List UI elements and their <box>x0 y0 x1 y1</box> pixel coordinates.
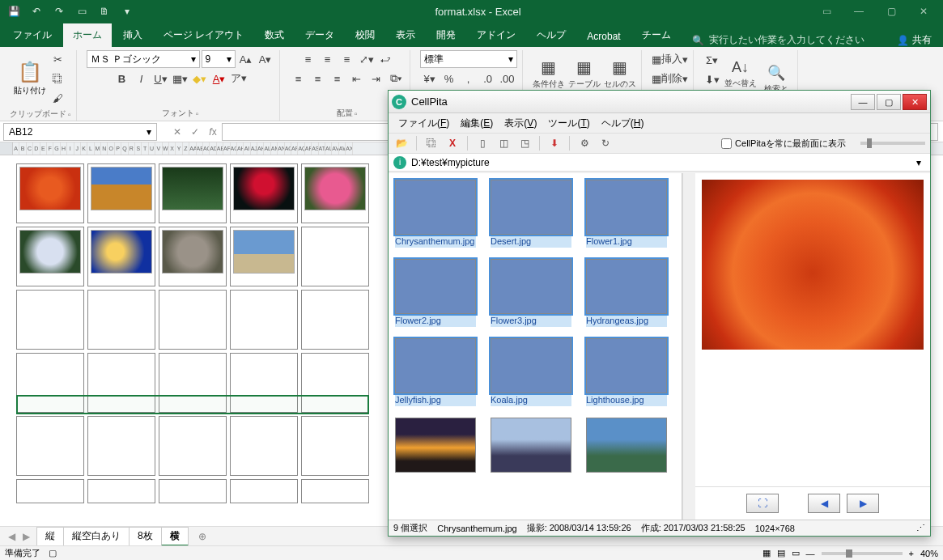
col-header[interactable]: AE <box>217 142 223 155</box>
ribbon-tab-10[interactable]: ヘルプ <box>527 23 576 47</box>
thumbnail-item[interactable]: Lighthouse.jpg <box>586 338 667 406</box>
col-header[interactable]: AO <box>285 142 291 155</box>
col-header[interactable]: T <box>142 142 148 155</box>
shrink-font-icon[interactable]: A▾ <box>257 50 274 68</box>
path-dropdown-icon[interactable]: ▾ <box>912 157 925 168</box>
folder-open-icon[interactable]: 📂 <box>393 135 410 151</box>
grid-image[interactable] <box>233 230 295 274</box>
grid-image[interactable] <box>19 167 81 210</box>
col-header[interactable]: AW <box>339 142 346 155</box>
bold-button[interactable]: B <box>113 70 131 87</box>
ribbon-tab-3[interactable]: ページ レイアウト <box>154 23 253 47</box>
menu-view[interactable]: 表示(V) <box>504 117 537 130</box>
italic-button[interactable]: I <box>133 70 151 87</box>
ribbon-tab-0[interactable]: ファイル <box>3 23 62 47</box>
grid-image[interactable] <box>91 167 152 210</box>
ribbon-tab-1[interactable]: ホーム <box>63 23 112 47</box>
thumb-size-slider[interactable] <box>860 142 925 145</box>
sheet-nav-first-icon[interactable]: ◀ <box>5 531 18 542</box>
col-header[interactable]: B <box>19 142 26 155</box>
ribbon-tab-6[interactable]: 校閲 <box>346 23 384 47</box>
col-header[interactable]: Z <box>183 142 189 155</box>
col-header[interactable]: J <box>74 142 81 155</box>
tellme-text[interactable]: 実行したい作業を入力してください <box>709 33 864 47</box>
font-color-button[interactable]: A▾ <box>210 70 228 87</box>
align-top-icon[interactable]: ≡ <box>299 50 317 68</box>
col-header[interactable]: AS <box>312 142 318 155</box>
maximize-icon[interactable]: ▢ <box>883 6 899 17</box>
next-image-icon[interactable]: ▶ <box>847 494 879 513</box>
col-header[interactable]: U <box>149 142 155 155</box>
minimize-icon[interactable]: — <box>851 6 867 17</box>
qat-more-icon[interactable]: ▾ <box>117 2 138 21</box>
col-header[interactable]: M <box>95 142 101 155</box>
ribbon-tab-12[interactable]: チーム <box>632 23 681 47</box>
accounting-icon[interactable]: ¥▾ <box>421 70 439 87</box>
ribbon-tab-7[interactable]: 表示 <box>386 23 425 47</box>
cellpita-minimize-icon[interactable]: — <box>851 94 875 110</box>
align-left-icon[interactable]: ≡ <box>290 70 308 87</box>
thumbnail-item[interactable]: Jellyfish.jpg <box>395 338 476 406</box>
view-break-icon[interactable]: ▭ <box>792 548 800 558</box>
save-icon[interactable]: 💾 <box>3 2 24 21</box>
ribbon-tab-9[interactable]: アドイン <box>467 23 525 47</box>
copy-icon[interactable]: ⿻ <box>423 135 440 151</box>
thumbnail-item[interactable] <box>491 418 571 473</box>
ribbon-tab-8[interactable]: 開発 <box>427 23 465 47</box>
col-header[interactable]: R <box>129 142 135 155</box>
cancel-entry-icon[interactable]: ✕ <box>168 123 186 141</box>
col-header[interactable]: G <box>53 142 60 155</box>
fx-icon[interactable]: fx <box>204 123 222 141</box>
ribbon-tab-4[interactable]: 数式 <box>255 23 294 47</box>
delete-cells-button[interactable]: ▦ 削除 ▾ <box>652 70 688 87</box>
col-header[interactable]: AD <box>210 142 216 155</box>
col-header[interactable]: AI <box>244 142 250 155</box>
number-format-select[interactable]: 標準▾ <box>420 50 517 68</box>
fill-color-button[interactable]: ◆▾ <box>191 70 209 87</box>
grid-image[interactable] <box>233 167 295 210</box>
col-header[interactable]: AT <box>319 142 325 155</box>
grid-image[interactable] <box>91 230 152 274</box>
thumbnail-item[interactable]: Chrysanthemum.jpg <box>395 180 476 248</box>
zoom-level[interactable]: 40% <box>920 549 938 558</box>
col-header[interactable]: AC <box>203 142 210 155</box>
col-header[interactable]: O <box>108 142 114 155</box>
sheet-tab[interactable]: 横 <box>161 527 189 546</box>
wrap-text-icon[interactable]: ⮐ <box>377 50 395 68</box>
col-header[interactable]: AU <box>325 142 332 155</box>
thumbnail-item[interactable]: Flower2.jpg <box>395 259 476 327</box>
col-header[interactable]: AQ <box>298 142 304 155</box>
new-icon[interactable]: ▭ <box>71 2 92 21</box>
layout1-icon[interactable]: ▯ <box>474 135 491 151</box>
col-header[interactable]: A <box>13 142 19 155</box>
macro-record-icon[interactable]: ▢ <box>49 548 57 558</box>
zoom-slider[interactable] <box>822 552 903 555</box>
col-header[interactable]: AV <box>332 142 338 155</box>
ribbon-display-icon[interactable]: ▭ <box>818 6 835 17</box>
delete-icon[interactable]: X <box>444 135 461 151</box>
col-header[interactable]: C <box>27 142 33 155</box>
font-size-select[interactable]: 9▾ <box>202 50 236 68</box>
thumbnail-item[interactable]: Flower3.jpg <box>491 259 571 327</box>
always-top-checkbox[interactable] <box>721 138 732 149</box>
col-header[interactable]: P <box>115 142 121 155</box>
indent-inc-icon[interactable]: ⇥ <box>367 70 385 87</box>
format-painter-icon[interactable]: 🖌 <box>49 89 67 107</box>
insert-cells-button[interactable]: ▦ 挿入 ▾ <box>652 50 688 68</box>
align-middle-icon[interactable]: ≡ <box>319 50 337 68</box>
select-all-corner[interactable] <box>0 142 13 155</box>
zoom-out-icon[interactable]: — <box>806 549 815 558</box>
view-normal-icon[interactable]: ▦ <box>762 548 771 558</box>
dialog-launcher-icon[interactable]: ▫ <box>355 109 358 118</box>
merge-icon[interactable]: ⧉▾ <box>387 70 405 87</box>
dec-decimal-icon[interactable]: .00 <box>499 70 516 87</box>
col-header[interactable]: AH <box>237 142 244 155</box>
percent-icon[interactable]: % <box>440 70 458 87</box>
undo-icon[interactable]: ↶ <box>26 2 47 21</box>
underline-button[interactable]: U▾ <box>152 70 170 87</box>
share-button[interactable]: 👤 共有 <box>897 33 932 47</box>
col-header[interactable]: H <box>61 142 67 155</box>
cut-icon[interactable]: ✂ <box>49 50 67 68</box>
col-header[interactable]: AB <box>197 142 203 155</box>
col-header[interactable]: X <box>169 142 176 155</box>
